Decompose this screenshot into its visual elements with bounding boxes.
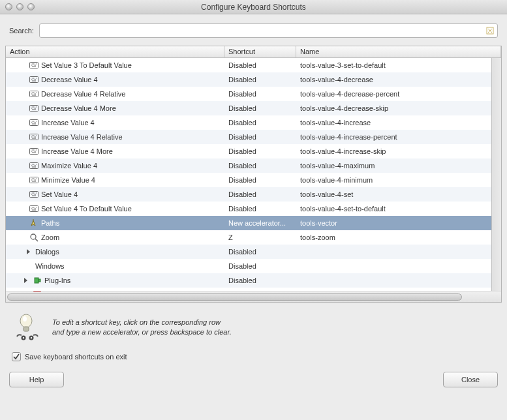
- save-on-exit-label: Save keyboard shortcuts on exit: [25, 353, 127, 361]
- shortcut-cell[interactable]: Z: [224, 233, 296, 241]
- table-row[interactable]: Maximize Value 4Disabledtools-value-4-ma…: [6, 158, 501, 173]
- keyboard-icon: [29, 147, 38, 156]
- table-row[interactable]: ZoomZtools-zoom: [6, 230, 501, 245]
- help-button[interactable]: Help: [9, 372, 64, 387]
- action-cell[interactable]: Maximize Value 4: [6, 161, 224, 170]
- shortcut-cell[interactable]: Disabled: [224, 248, 296, 256]
- vertical-scrollbar[interactable]: [491, 58, 501, 291]
- search-label: Search:: [9, 27, 34, 35]
- search-row: Search:: [0, 14, 507, 46]
- svg-point-130: [20, 314, 32, 327]
- action-label: Maximize Value 4: [41, 162, 97, 170]
- disclosure-triangle-icon[interactable]: [27, 249, 33, 255]
- keyboard-icon: [29, 118, 38, 127]
- close-button[interactable]: Close: [443, 372, 498, 387]
- action-cell[interactable]: Decrease Value 4 Relative: [6, 89, 224, 98]
- action-label: Decrease Value 4: [41, 76, 98, 83]
- table-row[interactable]: Set Value 3 To Default ValueDisabledtool…: [6, 58, 501, 72]
- minimize-traffic-light[interactable]: [16, 3, 23, 10]
- shortcut-cell[interactable]: Disabled: [224, 61, 296, 69]
- table-row[interactable]: Minimize Value 4Disabledtools-value-4-mi…: [6, 173, 501, 187]
- action-cell[interactable]: Increase Value 4 Relative: [6, 132, 224, 142]
- table-row[interactable]: Decrease Value 4 RelativeDisabledtools-v…: [6, 87, 501, 101]
- disclosure-triangle-icon[interactable]: [24, 278, 30, 284]
- name-cell: tools-value-4-minimum: [296, 176, 501, 184]
- action-label: Increase Value 4 Relative: [41, 133, 123, 141]
- shortcut-cell[interactable]: Disabled: [224, 90, 296, 98]
- action-cell[interactable]: Increase Value 4 More: [6, 147, 224, 156]
- shortcuts-table: Action Shortcut Name Set Value 3 To Defa…: [5, 46, 502, 303]
- shortcut-cell[interactable]: New accelerator...: [224, 219, 296, 227]
- action-cell[interactable]: Decrease Value 4 More: [6, 104, 224, 113]
- table-row[interactable]: Set Value 4 To Default ValueDisabledtool…: [6, 202, 501, 216]
- window-title: Configure Keyboard Shortcuts: [0, 3, 507, 12]
- keyboard-icon: [29, 175, 38, 185]
- action-cell[interactable]: Plug-Ins: [6, 276, 224, 285]
- table-row[interactable]: Plug-InsDisabled: [6, 273, 501, 288]
- shortcut-cell[interactable]: Disabled: [224, 133, 296, 141]
- hint-text: To edit a shortcut key, click on the cor…: [52, 318, 232, 337]
- action-cell[interactable]: Minimize Value 4: [6, 175, 224, 185]
- table-row[interactable]: Increase Value 4 RelativeDisabledtools-v…: [6, 130, 501, 144]
- save-on-exit-checkbox[interactable]: [12, 352, 21, 361]
- action-cell[interactable]: Set Value 3 To Default Value: [6, 61, 224, 70]
- horizontal-scrollbar[interactable]: [6, 292, 501, 302]
- shortcut-cell[interactable]: Disabled: [224, 176, 296, 184]
- name-cell: tools-value-4-increase-percent: [296, 133, 501, 141]
- shortcut-cell[interactable]: Disabled: [224, 104, 296, 112]
- table-row[interactable]: Increase Value 4 MoreDisabledtools-value…: [6, 144, 501, 158]
- svg-rect-127: [35, 278, 38, 283]
- shortcut-cell[interactable]: Disabled: [224, 277, 296, 284]
- name-cell: tools-value-4-increase-skip: [296, 147, 501, 155]
- shortcut-cell[interactable]: Disabled: [224, 190, 296, 198]
- footer: Help Close: [0, 372, 507, 397]
- table-row[interactable]: Set Value 4Disabledtools-value-4-set: [6, 187, 501, 202]
- titlebar: Configure Keyboard Shortcuts: [0, 0, 507, 14]
- action-cell[interactable]: Paths: [6, 218, 224, 228]
- zoom-traffic-light[interactable]: [27, 3, 35, 10]
- table-row[interactable]: WindowsDisabled: [6, 259, 501, 273]
- action-cell[interactable]: Increase Value 4: [6, 118, 224, 127]
- action-label: Plug-Ins: [44, 277, 70, 284]
- table-row[interactable]: Decrease Value 4 MoreDisabledtools-value…: [6, 101, 501, 115]
- svg-point-136: [31, 337, 32, 338]
- action-cell[interactable]: Windows: [6, 262, 224, 270]
- table-row[interactable]: Increase Value 4Disabledtools-value-4-in…: [6, 115, 501, 130]
- table-row[interactable]: DialogsDisabled: [6, 245, 501, 259]
- keyboard-icon: [29, 161, 38, 170]
- column-shortcut[interactable]: Shortcut: [224, 46, 296, 57]
- search-input[interactable]: [44, 27, 485, 35]
- hint-lightbulb-icon: [12, 312, 43, 343]
- keyboard-icon: [29, 132, 38, 142]
- shortcut-cell[interactable]: Disabled: [224, 76, 296, 83]
- action-cell[interactable]: Zoom: [6, 233, 224, 242]
- save-on-exit-row: Save keyboard shortcuts on exit: [0, 350, 507, 372]
- horizontal-scroll-thumb[interactable]: [7, 293, 462, 301]
- shortcut-cell[interactable]: Disabled: [224, 205, 296, 213]
- column-action[interactable]: Action: [6, 46, 224, 57]
- close-traffic-light[interactable]: [5, 3, 12, 10]
- action-cell[interactable]: Decrease Value 4: [6, 75, 224, 84]
- action-cell[interactable]: Set Value 4: [6, 190, 224, 199]
- name-cell: tools-value-4-set-to-default: [296, 205, 501, 213]
- plugin-icon: [33, 276, 42, 285]
- name-cell: tools-value-4-decrease: [296, 76, 501, 83]
- action-cell[interactable]: Set Value 4 To Default Value: [6, 204, 224, 213]
- shortcut-cell[interactable]: Disabled: [224, 262, 296, 270]
- shortcut-cell[interactable]: Disabled: [224, 147, 296, 155]
- action-label: Decrease Value 4 Relative: [41, 90, 125, 98]
- clear-search-icon[interactable]: [485, 26, 495, 35]
- svg-line-126: [35, 239, 38, 241]
- shortcut-cell[interactable]: Disabled: [224, 162, 296, 170]
- hint-line-2: and type a new accelerator, or press bac…: [52, 327, 232, 337]
- search-box[interactable]: [39, 23, 498, 38]
- keyboard-icon: [29, 204, 38, 213]
- action-cell[interactable]: Dialogs: [6, 248, 224, 256]
- name-cell: tools-value-4-decrease-skip: [296, 104, 501, 112]
- table-body[interactable]: Set Value 3 To Default ValueDisabledtool…: [6, 58, 501, 292]
- column-name[interactable]: Name: [296, 46, 501, 57]
- shortcut-cell[interactable]: Disabled: [224, 119, 296, 127]
- table-row[interactable]: PathsNew accelerator...tools-vector: [6, 216, 501, 230]
- action-label: Dialogs: [35, 248, 59, 256]
- table-row[interactable]: Decrease Value 4Disabledtools-value-4-de…: [6, 72, 501, 87]
